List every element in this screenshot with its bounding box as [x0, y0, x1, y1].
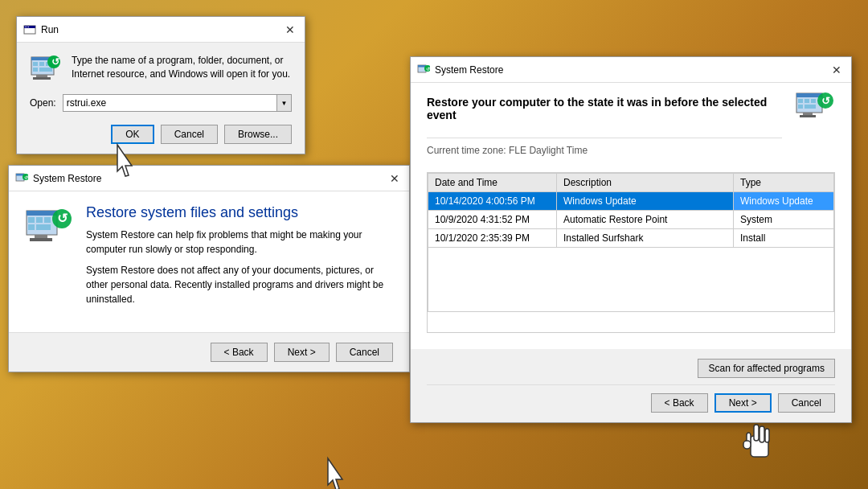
svg-rect-51 — [765, 429, 769, 442]
run-title-text: Run — [41, 24, 282, 35]
sr-restore-points-table: Date and Time Description Type 10/14/202… — [428, 173, 834, 312]
row3-description: Installed Surfshark — [557, 229, 734, 248]
sr-col-description: Description — [557, 174, 734, 192]
sr-bg-icon: ↺ — [25, 204, 73, 253]
sr-fg-titlebar: ↺ System Restore ✕ — [411, 57, 851, 83]
sr-bg-main-title: Restore system files and settings — [86, 204, 393, 221]
row1-description: Windows Update — [557, 192, 734, 211]
table-row[interactable]: 10/14/2020 4:00:56 PM Windows Update Win… — [428, 192, 834, 211]
svg-rect-39 — [798, 99, 803, 103]
svg-rect-1 — [24, 26, 35, 28]
table-row-empty — [428, 248, 834, 312]
sr-bg-cancel-button[interactable]: Cancel — [336, 343, 393, 362]
row2-type: System — [734, 211, 834, 229]
svg-rect-12 — [36, 75, 47, 77]
sr-bg-title-text: System Restore — [33, 173, 387, 184]
svg-text:↺: ↺ — [57, 212, 68, 225]
row1-type: Windows Update — [734, 192, 834, 211]
svg-rect-29 — [30, 238, 52, 241]
run-app-icon: ↺ — [30, 52, 62, 84]
svg-rect-22 — [27, 211, 57, 216]
svg-rect-23 — [28, 217, 35, 223]
run-close-button[interactable]: ✕ — [282, 22, 298, 38]
sr-fg-back-button[interactable]: < Back — [651, 393, 708, 413]
sr-bg-back-button[interactable]: < Back — [211, 343, 268, 362]
row2-datetime: 10/9/2020 4:31:52 PM — [428, 211, 557, 229]
svg-rect-43 — [805, 105, 816, 109]
sr-fg-close-button[interactable]: ✕ — [829, 62, 845, 78]
svg-text:↺: ↺ — [821, 95, 830, 107]
sr-fg-timezone: Current time zone: FLE Daylight Time — [427, 145, 782, 156]
sr-fg-title-icon: ↺ — [417, 64, 430, 76]
run-dialog: Run ✕ ↺ Type the — [16, 16, 305, 154]
system-restore-bg-dialog: ↺ System Restore ✕ ↺ — [8, 165, 410, 372]
sr-col-type: Type — [734, 174, 834, 192]
sr-fg-scan-button[interactable]: Scan for affected programs — [698, 359, 835, 378]
svg-rect-50 — [760, 426, 764, 442]
run-title-icon — [23, 23, 36, 36]
row2-description: Automatic Restore Point — [557, 211, 734, 229]
sr-fg-main-title: Restore your computer to the state it wa… — [427, 96, 782, 128]
svg-rect-27 — [36, 224, 51, 230]
run-cancel-button[interactable]: Cancel — [161, 125, 218, 144]
sr-bg-desc2: System Restore does not affect any of yo… — [86, 263, 393, 306]
sr-bg-titlebar: ↺ System Restore ✕ — [9, 166, 409, 191]
run-titlebar: Run ✕ — [17, 17, 305, 43]
table-row[interactable]: 10/9/2020 4:31:52 PM Automatic Restore P… — [428, 211, 834, 229]
svg-rect-3 — [27, 27, 27, 27]
svg-rect-48 — [751, 436, 768, 457]
run-input[interactable] — [63, 94, 277, 112]
cursor-next-fg — [739, 418, 784, 473]
sr-bg-close-button[interactable]: ✕ — [387, 171, 403, 187]
svg-rect-52 — [747, 433, 751, 444]
svg-rect-38 — [796, 93, 822, 97]
svg-rect-42 — [798, 105, 803, 109]
svg-rect-45 — [800, 115, 816, 117]
svg-rect-25 — [44, 217, 51, 223]
sr-col-datetime: Date and Time — [428, 174, 557, 192]
svg-rect-26 — [28, 224, 35, 230]
svg-rect-11 — [39, 68, 52, 72]
svg-rect-24 — [36, 217, 43, 223]
svg-rect-41 — [811, 99, 816, 103]
cursor-next-bg — [321, 454, 362, 489]
table-row[interactable]: 10/1/2020 2:35:39 PM Installed Surfshark… — [428, 229, 834, 248]
row3-datetime: 10/1/2020 2:35:39 PM — [428, 229, 557, 248]
system-restore-fg-dialog: ↺ System Restore ✕ Restore your computer… — [410, 56, 852, 423]
sr-fg-cancel-button[interactable]: Cancel — [778, 393, 835, 413]
svg-rect-7 — [33, 62, 38, 66]
svg-text:↺: ↺ — [426, 66, 430, 71]
sr-restore-points-table-container: Date and Time Description Type 10/14/202… — [427, 172, 835, 333]
run-dropdown-button[interactable]: ▼ — [277, 94, 292, 112]
svg-rect-49 — [754, 425, 759, 441]
svg-text:↺: ↺ — [24, 175, 28, 179]
sr-bg-next-button[interactable]: Next > — [274, 343, 330, 362]
row3-type: Install — [734, 229, 834, 248]
sr-fg-header-icon: ↺ — [795, 89, 835, 132]
svg-rect-2 — [25, 27, 26, 27]
svg-rect-53 — [743, 441, 751, 449]
svg-rect-10 — [33, 68, 38, 72]
run-open-label: Open: — [30, 97, 56, 109]
svg-rect-28 — [35, 235, 47, 238]
svg-text:↺: ↺ — [51, 56, 59, 68]
sr-fg-next-button[interactable]: Next > — [714, 393, 772, 413]
run-description: Type the name of a program, folder, docu… — [72, 52, 292, 81]
svg-rect-44 — [803, 113, 813, 115]
run-ok-button[interactable]: OK — [111, 125, 154, 144]
svg-rect-8 — [39, 62, 44, 66]
svg-rect-13 — [33, 77, 51, 80]
sr-bg-desc1: System Restore can help fix problems tha… — [86, 228, 393, 257]
row1-datetime: 10/14/2020 4:00:56 PM — [428, 192, 557, 211]
svg-rect-4 — [28, 27, 29, 27]
sr-fg-title-text: System Restore — [435, 64, 829, 76]
sr-bg-title-icon: ↺ — [15, 172, 28, 185]
svg-marker-32 — [328, 458, 342, 489]
run-browse-button[interactable]: Browse... — [224, 125, 292, 144]
svg-rect-40 — [805, 99, 809, 103]
